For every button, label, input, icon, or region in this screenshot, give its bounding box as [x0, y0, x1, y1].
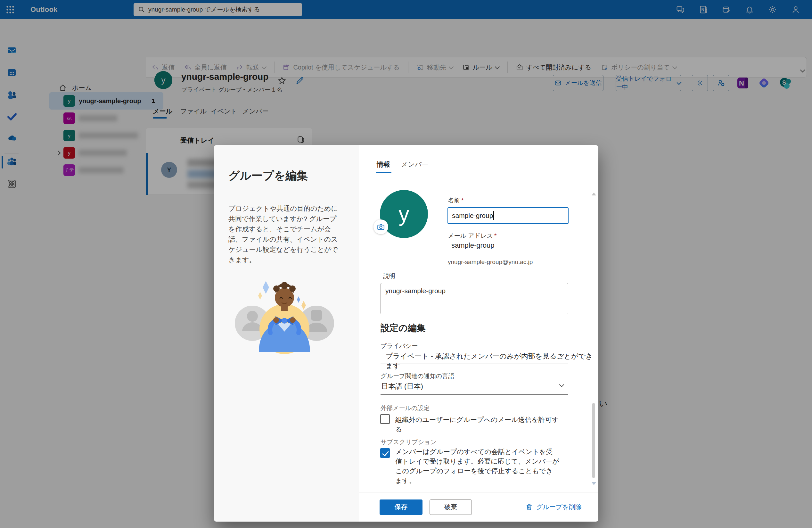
settings-section-title: 設定の編集 [380, 322, 426, 334]
dialog-tab-info[interactable]: 情報 [377, 160, 390, 169]
email-input[interactable]: sample-group [451, 241, 495, 249]
group-illustration [233, 272, 338, 358]
name-field-label: 名前* [448, 196, 464, 205]
scroll-up-arrow[interactable] [592, 192, 596, 196]
email-full-address: ynugr-sample-group@ynu.ac.jp [448, 259, 533, 266]
group-avatar-large: y [380, 190, 428, 238]
scroll-down-arrow[interactable] [592, 482, 596, 485]
edit-group-dialog: グループを編集 プロジェクトや共通の目的のために共同で作業していますか? グルー… [214, 145, 598, 522]
subscription-checkbox[interactable] [380, 448, 390, 458]
description-textarea[interactable]: ynugr-sample-group [380, 283, 568, 314]
subscription-label: サブスクリプション [380, 438, 437, 446]
save-button[interactable]: 保存 [380, 499, 422, 515]
scrollbar-thumb[interactable] [592, 403, 595, 478]
language-label: グループ関連の通知の言語 [380, 372, 454, 380]
dialog-title: グループを編集 [228, 168, 308, 183]
required-asterisk: * [461, 197, 464, 204]
privacy-dropdown[interactable]: プライベート - 承認されたメンバーのみが内部を見ることができます [386, 352, 598, 371]
privacy-underline [380, 363, 568, 364]
dialog-active-tab-underline [376, 172, 391, 173]
dialog-right-panel: 情報 メンバー y 名前* sample-group メール アドレス* sam… [359, 145, 598, 522]
delete-group-link[interactable]: グループを削除 [525, 503, 582, 511]
external-mail-label: 外部メールの設定 [380, 404, 430, 412]
dialog-description: プロジェクトや共通の目的のために共同で作業していますか? グループを作成すると、… [228, 203, 341, 265]
external-mail-option-label[interactable]: 組織外のユーザーにグループへのメール送信を許可する [395, 415, 562, 434]
privacy-label: プライバシー [380, 342, 418, 350]
dialog-footer: 保存 破棄 グループを削除 [359, 492, 598, 522]
subscription-option-label[interactable]: メンバーはグループのすべての会話とイベントを受信トレイで受け取ります。必要に応じ… [395, 447, 559, 485]
chevron-down-icon[interactable] [559, 382, 564, 387]
description-field-label: 説明 [383, 272, 395, 280]
discard-button[interactable]: 破棄 [430, 499, 472, 515]
text-caret [493, 211, 494, 220]
email-underline [448, 255, 568, 255]
language-dropdown[interactable]: 日本語 (日本) [381, 382, 423, 391]
trash-icon [525, 503, 533, 511]
change-photo-button[interactable] [374, 219, 388, 234]
dialog-tab-members[interactable]: メンバー [401, 160, 428, 169]
camera-icon [377, 223, 385, 231]
external-mail-checkbox[interactable] [380, 414, 390, 424]
email-field-label: メール アドレス* [448, 232, 496, 240]
name-input[interactable]: sample-group [448, 207, 568, 224]
dialog-left-panel: グループを編集 プロジェクトや共通の目的のために共同で作業していますか? グルー… [214, 145, 359, 522]
required-asterisk: * [494, 232, 496, 239]
